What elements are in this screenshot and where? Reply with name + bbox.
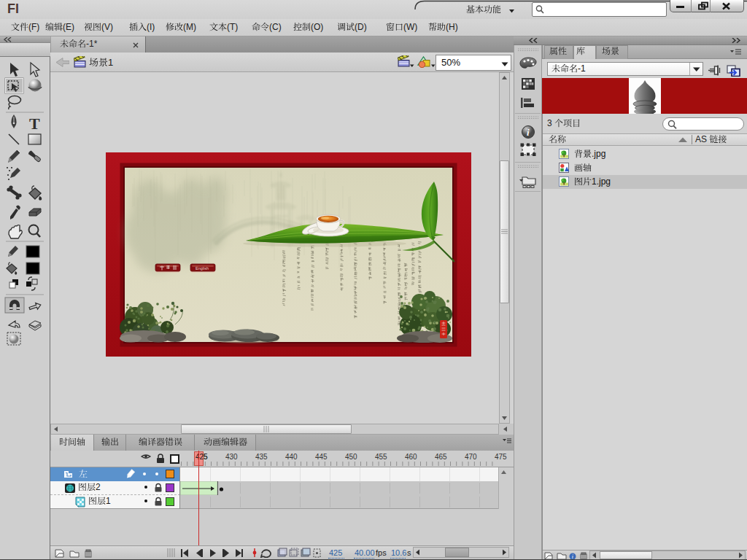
- svg-text:Fl: Fl: [7, 1, 19, 16]
- svg-text:(F): (F): [28, 22, 39, 32]
- svg-text:3: 3: [547, 118, 552, 128]
- svg-text:50%: 50%: [441, 57, 460, 68]
- svg-text:(O): (O): [311, 22, 323, 32]
- svg-text:.jpg: .jpg: [592, 149, 605, 159]
- svg-text:i: i: [527, 127, 530, 138]
- svg-text:T: T: [29, 114, 40, 133]
- svg-text:(W): (W): [403, 22, 417, 32]
- svg-text:10.6: 10.6: [391, 548, 406, 557]
- svg-text:(H): (H): [446, 22, 458, 32]
- svg-text:AS: AS: [695, 134, 707, 144]
- svg-text:-1: -1: [578, 63, 586, 74]
- svg-text:40.00: 40.00: [355, 548, 375, 557]
- svg-text:(V): (V): [101, 22, 113, 32]
- svg-text:1: 1: [108, 57, 113, 68]
- svg-text:-1*: -1*: [86, 39, 98, 49]
- svg-text:(C): (C): [269, 22, 282, 32]
- svg-text:1.jpg: 1.jpg: [592, 176, 611, 187]
- svg-text:425: 425: [196, 453, 208, 461]
- svg-text:425: 425: [329, 548, 342, 557]
- svg-text:(I): (I): [147, 22, 155, 32]
- svg-text:fps: fps: [376, 548, 387, 557]
- svg-text:s: s: [407, 548, 411, 557]
- svg-text:(D): (D): [355, 22, 367, 32]
- svg-text:(M): (M): [183, 22, 196, 32]
- svg-text:1: 1: [106, 496, 111, 506]
- svg-text:English: English: [196, 266, 209, 271]
- svg-text:(T): (T): [227, 22, 238, 32]
- svg-text:2: 2: [96, 482, 101, 492]
- svg-text:(E): (E): [63, 22, 74, 32]
